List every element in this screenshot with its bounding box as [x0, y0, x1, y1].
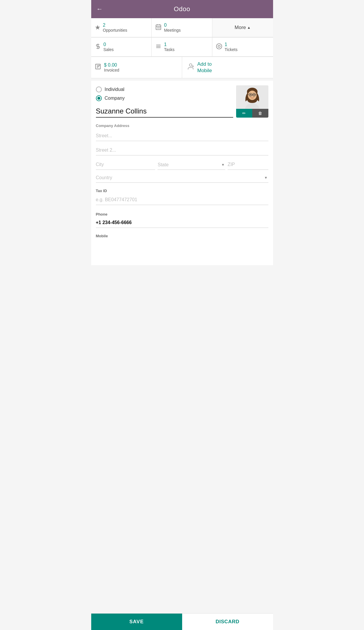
trash-icon: 🗑: [258, 111, 262, 116]
opportunities-label: Opportunities: [103, 28, 127, 33]
app-title: Odoo: [174, 5, 190, 13]
more-arrow-icon: ▲: [247, 26, 251, 30]
contact-form: Individual Company: [91, 81, 273, 265]
svg-line-25: [255, 94, 256, 95]
city-state-zip-row: State ▼: [96, 159, 268, 170]
opportunities-stat[interactable]: ★ 2 Opportunities: [91, 18, 152, 37]
individual-radio-label: Individual: [105, 87, 125, 92]
company-radio-label: Company: [105, 96, 125, 101]
company-radio-circle: [96, 95, 102, 101]
invoice-icon: [95, 63, 101, 72]
add-mobile-label: Add to Mobile: [197, 61, 212, 74]
more-button[interactable]: More ▲: [212, 18, 273, 37]
svg-point-27: [253, 94, 255, 95]
sales-count: 0: [104, 42, 114, 47]
svg-point-12: [218, 45, 220, 47]
state-field-wrapper: State ▼: [158, 159, 225, 170]
city-input[interactable]: [96, 159, 155, 170]
sales-label: Sales: [104, 47, 114, 52]
invoiced-amount: $ 0.00: [104, 62, 119, 68]
back-button[interactable]: ←: [96, 5, 103, 13]
mobile-label: Mobile: [96, 234, 268, 238]
avatar-image: [236, 85, 268, 109]
meetings-label: Meetings: [164, 28, 181, 33]
avatar-action-bar: ✏ 🗑: [236, 109, 268, 118]
meetings-stat[interactable]: 0 Meetings: [152, 18, 212, 37]
street-input[interactable]: [96, 130, 268, 141]
phone-label: Phone: [96, 212, 268, 216]
opportunities-count: 2: [103, 22, 127, 28]
invoiced-label: Invoiced: [104, 68, 119, 72]
add-mobile-icon: [187, 63, 194, 72]
tickets-icon: [216, 43, 222, 51]
zip-input[interactable]: [228, 159, 268, 170]
company-address-label: Company Address: [96, 123, 268, 128]
country-field-wrapper: Country ▼: [96, 172, 268, 183]
svg-rect-6: [159, 28, 160, 28]
app-header: ← Odoo: [91, 0, 273, 18]
sales-stat[interactable]: 0 Sales: [91, 38, 152, 57]
stats-row-1: ★ 2 Opportunities 0 Meetings More ▲: [91, 18, 273, 38]
state-select[interactable]: State: [158, 159, 225, 170]
stats-row-3: $ 0.00 Invoiced Add to Mobile: [91, 57, 273, 78]
avatar-edit-button[interactable]: ✏: [236, 109, 252, 118]
tickets-stat[interactable]: 1 Tickets: [212, 38, 273, 57]
more-label: More: [235, 25, 246, 31]
phone-value[interactable]: +1 234-456-6666: [96, 218, 268, 228]
add-to-mobile-button[interactable]: Add to Mobile: [182, 57, 273, 78]
svg-point-11: [216, 44, 222, 49]
tasks-count: 1: [164, 42, 175, 47]
tasks-stat[interactable]: 1 Tasks: [152, 38, 212, 57]
svg-point-14: [189, 64, 192, 66]
meetings-count: 0: [164, 22, 181, 28]
tasks-label: Tasks: [164, 47, 175, 52]
svg-rect-0: [156, 25, 161, 30]
tax-id-section: Tax ID: [96, 189, 268, 206]
avatar-delete-button[interactable]: 🗑: [252, 109, 268, 118]
individual-radio-circle: [96, 87, 102, 92]
phone-section: Phone +1 234-456-6666: [96, 212, 268, 228]
star-icon: ★: [95, 24, 101, 31]
stats-row-2: 0 Sales 1 Tasks 1 Tickets: [91, 38, 273, 57]
calendar-icon: [155, 24, 162, 31]
invoiced-stat[interactable]: $ 0.00 Invoiced: [91, 57, 182, 78]
avatar-container: ✏ 🗑: [236, 85, 268, 118]
svg-rect-4: [157, 28, 158, 28]
edit-icon: ✏: [242, 111, 246, 116]
tickets-count: 1: [225, 42, 238, 47]
city-field-wrapper: [96, 159, 155, 170]
country-select[interactable]: Country: [96, 172, 268, 183]
tickets-label: Tickets: [225, 47, 238, 52]
svg-point-26: [250, 94, 251, 95]
dollar-icon: [95, 43, 101, 51]
svg-line-24: [248, 94, 249, 95]
name-input[interactable]: [96, 106, 233, 118]
tax-id-input[interactable]: [96, 194, 268, 205]
svg-rect-5: [158, 28, 159, 28]
street2-input[interactable]: [96, 145, 268, 155]
tasks-icon: [155, 43, 162, 51]
zip-field-wrapper: [228, 159, 268, 170]
tax-id-label: Tax ID: [96, 189, 268, 193]
